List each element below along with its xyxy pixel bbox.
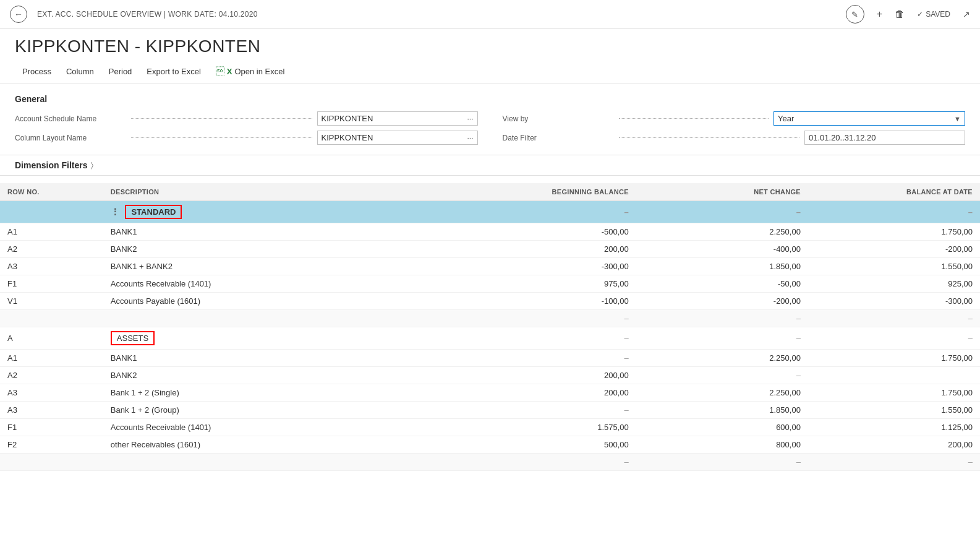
menu-period[interactable]: Period	[101, 64, 140, 79]
form-grid: Account Schedule Name KIPPKONTEN ··· Vie…	[15, 111, 965, 150]
row-no-cell	[0, 201, 103, 223]
net-change-cell: 800,00	[636, 436, 808, 454]
balance-at-date-cell: –	[808, 327, 980, 350]
column-layout-row: Column Layout Name KIPPKONTEN ···	[15, 131, 478, 145]
net-change-cell: -200,00	[636, 293, 808, 310]
edit-button[interactable]: ✎	[846, 5, 864, 24]
beginning-balance-cell: –	[447, 201, 636, 223]
table-row[interactable]: A2 BANK2 200,00 –	[0, 367, 980, 384]
table-row: – – –	[0, 310, 980, 327]
row-no-cell: A3	[0, 402, 103, 419]
description-cell: Bank 1 + 2 (Single)	[103, 384, 447, 402]
balance-at-date-cell: 1.125,00	[808, 419, 980, 436]
balance-at-date-cell: -200,00	[808, 241, 980, 258]
drag-handle-icon[interactable]: ⋮	[111, 207, 119, 217]
beginning-balance-cell: –	[447, 327, 636, 350]
general-section: General Account Schedule Name KIPPKONTEN…	[0, 84, 980, 155]
description-cell: BANK1 + BANK2	[103, 258, 447, 275]
column-layout-ellipsis[interactable]: ···	[463, 134, 473, 142]
description-cell: BANK1	[103, 350, 447, 367]
dimension-chevron-icon: 〉	[91, 161, 93, 170]
description-cell: Bank 1 + 2 (Group)	[103, 402, 447, 419]
back-button[interactable]: ←	[10, 6, 27, 23]
row-no-cell: F1	[0, 419, 103, 436]
description-cell: Accounts Receivable (1401)	[103, 419, 447, 436]
table-row[interactable]: A3 Bank 1 + 2 (Single) 200,00 2.250,00 1…	[0, 384, 980, 402]
balance-at-date-cell: 1.750,00	[808, 384, 980, 402]
expand-button[interactable]: ↗	[963, 9, 970, 19]
menu-column[interactable]: Column	[59, 64, 101, 79]
menu-export-excel[interactable]: Export to Excel	[139, 64, 208, 79]
balance-at-date-cell: 200,00	[808, 436, 980, 454]
table-row[interactable]: A1 BANK1 -500,00 2.250,00 1.750,00	[0, 223, 980, 241]
dotted-line3	[131, 137, 312, 138]
balance-at-date-cell: 1.550,00	[808, 402, 980, 419]
description-cell: BANK2	[103, 367, 447, 384]
column-layout-label: Column Layout Name	[15, 134, 126, 142]
column-layout-input[interactable]: KIPPKONTEN ···	[317, 131, 478, 145]
table-body: ⋮ STANDARD – – – A1 BANK1 -500,00 2.250,…	[0, 201, 980, 471]
dotted-line4	[619, 137, 800, 138]
table-row[interactable]: A3 Bank 1 + 2 (Group) – 1.850,00 1.550,0…	[0, 402, 980, 419]
col-description: DESCRIPTION	[103, 183, 447, 201]
view-by-select[interactable]: Year ▼	[773, 111, 965, 126]
dimension-filters-row[interactable]: Dimension Filters 〉	[0, 155, 980, 176]
date-filter-input[interactable]: 01.01.20..31.12.20	[804, 131, 965, 145]
row-no-cell: F1	[0, 275, 103, 293]
table-row[interactable]: A2 BANK2 200,00 -400,00 -200,00	[0, 241, 980, 258]
saved-indicator: ✓ SAVED	[917, 10, 950, 19]
date-filter-row: Date Filter 01.01.20..31.12.20	[503, 131, 966, 145]
col-row-no: ROW NO.	[0, 183, 103, 201]
account-schedule-label: Account Schedule Name	[15, 114, 126, 123]
beginning-balance-cell: 500,00	[447, 436, 636, 454]
account-schedule-input[interactable]: KIPPKONTEN ···	[317, 111, 478, 126]
description-cell: BANK1	[103, 223, 447, 241]
delete-button[interactable]: 🗑	[895, 9, 905, 20]
balance-at-date-cell: 925,00	[808, 275, 980, 293]
net-change-cell: 2.250,00	[636, 384, 808, 402]
beginning-balance-cell: 200,00	[447, 367, 636, 384]
beginning-balance-cell: 1.575,00	[447, 419, 636, 436]
table-container: ROW NO. DESCRIPTION BEGINNING BALANCE NE…	[0, 183, 980, 471]
net-change-cell: -400,00	[636, 241, 808, 258]
table-row[interactable]: A3 BANK1 + BANK2 -300,00 1.850,00 1.550,…	[0, 258, 980, 275]
dimension-filters-label: Dimension Filters	[15, 160, 87, 170]
net-change-cell: -50,00	[636, 275, 808, 293]
table-row[interactable]: ⋮ STANDARD – – –	[0, 201, 980, 223]
menu-process[interactable]: Process	[15, 64, 59, 79]
top-bar: ← EXT. ACC. SCHEDULE OVERVIEW | WORK DAT…	[0, 0, 980, 29]
view-by-label: View by	[503, 114, 614, 123]
table-row[interactable]: F1 Accounts Receivable (1401) 975,00 -50…	[0, 275, 980, 293]
menu-open-excel[interactable]:  X Open in Excel	[208, 64, 292, 79]
dotted-line2	[619, 118, 769, 119]
view-by-arrow: ▼	[954, 115, 961, 123]
description-cell: Accounts Receivable (1401)	[103, 275, 447, 293]
table-area: ROW NO. DESCRIPTION BEGINNING BALANCE NE…	[0, 183, 980, 471]
table-row[interactable]: A1 BANK1 – 2.250,00 1.750,00	[0, 350, 980, 367]
account-schedule-row: Account Schedule Name KIPPKONTEN ···	[15, 111, 478, 126]
account-schedule-ellipsis[interactable]: ···	[463, 114, 473, 123]
balance-at-date-cell: 1.550,00	[808, 258, 980, 275]
row-no-cell: A1	[0, 350, 103, 367]
beginning-balance-cell: 200,00	[447, 241, 636, 258]
table-row[interactable]: F1 Accounts Receivable (1401) 1.575,00 6…	[0, 419, 980, 436]
dotted-line	[131, 118, 312, 119]
description-cell: ⋮ STANDARD	[103, 201, 447, 223]
net-change-cell: 600,00	[636, 419, 808, 436]
table-row[interactable]: F2 other Receivables (1601) 500,00 800,0…	[0, 436, 980, 454]
description-cell: BANK2	[103, 241, 447, 258]
table-row[interactable]: A ASSETS – – –	[0, 327, 980, 350]
row-no-cell: A3	[0, 258, 103, 275]
balance-at-date-cell: –	[808, 201, 980, 223]
beginning-balance-cell: 975,00	[447, 275, 636, 293]
menu-bar: Process Column Period Export to Excel  …	[0, 61, 980, 84]
row-no-cell: A	[0, 327, 103, 350]
add-button[interactable]: +	[877, 9, 882, 20]
table-row[interactable]: V1 Accounts Payable (1601) -100,00 -200,…	[0, 293, 980, 310]
beginning-balance-cell: 200,00	[447, 384, 636, 402]
col-beginning-balance: BEGINNING BALANCE	[447, 183, 636, 201]
beginning-balance-cell: -100,00	[447, 293, 636, 310]
table-header: ROW NO. DESCRIPTION BEGINNING BALANCE NE…	[0, 183, 980, 201]
beginning-balance-cell: -500,00	[447, 223, 636, 241]
top-icons: ✎ + 🗑 ✓ SAVED ↗	[846, 5, 970, 24]
